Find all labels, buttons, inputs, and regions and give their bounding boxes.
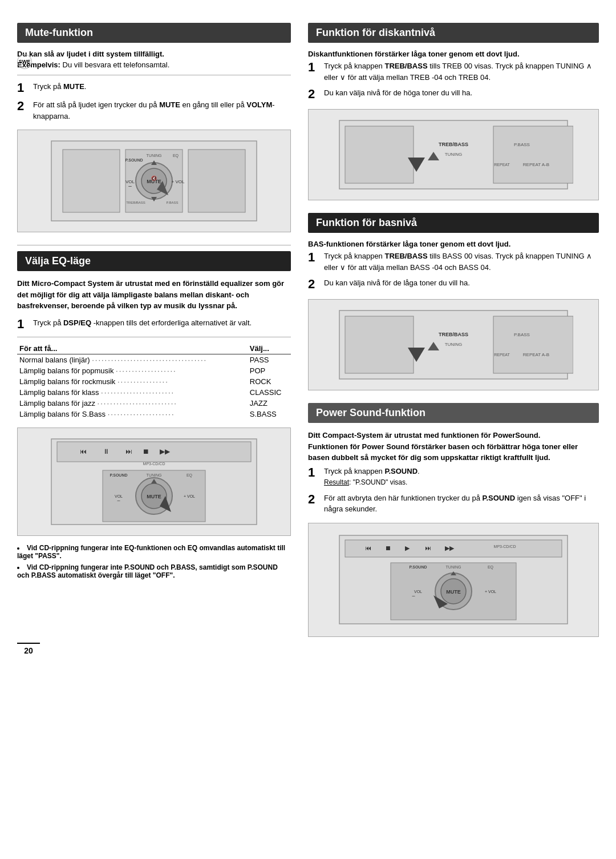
svg-text:+ VOL: + VOL bbox=[184, 494, 195, 498]
svg-text:TREB/BASS: TREB/BASS bbox=[439, 332, 468, 337]
mute-section: Mute-funktion Du kan slå av ljudet i dit… bbox=[17, 23, 291, 232]
mute-intro-normal: Exempelvis: Du vill besvara ett telefons… bbox=[17, 61, 291, 69]
eq-section: Välja EQ-läge Ditt Micro-Compact System … bbox=[17, 251, 291, 579]
svg-text:–: – bbox=[117, 498, 120, 503]
svg-text:⏸: ⏸ bbox=[103, 447, 110, 455]
mute-intro-bold: Du kan slå av ljudet i ditt system tillf… bbox=[17, 50, 291, 58]
power-step-2: 2 För att avbryta den här funktionen try… bbox=[308, 493, 599, 515]
svg-text:VOL: VOL bbox=[414, 590, 422, 594]
svg-text:▶: ▶ bbox=[405, 545, 410, 551]
svg-text:TUNING: TUNING bbox=[147, 473, 162, 477]
diskant-step-2: 2 Du kan välja nivå för de höga toner du… bbox=[308, 87, 599, 101]
svg-rect-41 bbox=[345, 126, 414, 183]
svg-text:MUTE: MUTE bbox=[147, 494, 161, 499]
power-device-image: ⏮ ⏹ ▶ ⏭ ◀◀ ▶▶ MP3-CD/CD MUTE VOL bbox=[308, 523, 599, 637]
bas-device-image: TREB/BASS TUNING P.BASS REPEAT A-B REPEA… bbox=[308, 299, 599, 390]
svg-text:⏮: ⏮ bbox=[80, 447, 87, 455]
page-number: 20 bbox=[17, 643, 40, 655]
svg-text:REPEAT: REPEAT bbox=[494, 353, 510, 357]
svg-text:–: – bbox=[412, 593, 415, 599]
svg-rect-42 bbox=[493, 126, 573, 183]
svg-text:P.BASS: P.BASS bbox=[514, 142, 530, 147]
eq-table-header-col2: Välj... bbox=[248, 343, 291, 354]
power-section: Power Sound-funktion Ditt Compact-System… bbox=[308, 403, 599, 637]
mute-device-image: MUTE 🔇 VOL – + VOL TUNING TREB/BASS bbox=[17, 130, 291, 232]
svg-text:REPEAT A-B: REPEAT A-B bbox=[523, 162, 549, 167]
svg-rect-17 bbox=[188, 150, 245, 212]
swe-badge: SWE bbox=[17, 54, 32, 69]
eq-row-6: Lämplig balans för S.Bass ··············… bbox=[17, 409, 291, 420]
eq-device-image: ⏮ ⏸ ⏭ ◀◀ ▶▶ ⏹ MP3-CD/CD bbox=[17, 428, 291, 536]
eq-title: Välja EQ-läge bbox=[17, 251, 291, 271]
svg-text:TUNING: TUNING bbox=[445, 152, 463, 157]
eq-row-2: Lämplig balans för popmusik ············… bbox=[17, 365, 291, 376]
svg-text:TREB/BASS: TREB/BASS bbox=[126, 201, 145, 204]
svg-text:REPEAT: REPEAT bbox=[494, 163, 510, 167]
svg-text:TREB/BASS: TREB/BASS bbox=[439, 142, 468, 147]
power-intro: Ditt Compact-System är utrustat med funk… bbox=[308, 430, 599, 463]
svg-text:▶▶: ▶▶ bbox=[160, 447, 171, 455]
eq-table-header-col1: För att få... bbox=[17, 343, 248, 354]
svg-text:–: – bbox=[128, 183, 132, 189]
svg-text:⏮: ⏮ bbox=[365, 545, 371, 551]
eq-note-1: Vid CD-rippning fungerar inte EQ-funktio… bbox=[17, 544, 291, 560]
eq-row-5: Lämplig balans för jazz ················… bbox=[17, 398, 291, 409]
eq-row-1: Normal balans (linjär) ·················… bbox=[17, 354, 291, 365]
svg-text:⏭: ⏭ bbox=[125, 447, 132, 455]
svg-rect-51 bbox=[345, 316, 414, 373]
eq-row-3: Lämplig balans för rockmusik ···········… bbox=[17, 376, 291, 387]
svg-text:▶▶: ▶▶ bbox=[445, 545, 455, 551]
svg-text:P.SOUND: P.SOUND bbox=[410, 565, 427, 569]
mute-step-1: 1 Tryck på MUTE. bbox=[17, 81, 291, 95]
svg-text:🔇: 🔇 bbox=[151, 175, 157, 181]
svg-text:TUNING: TUNING bbox=[446, 565, 461, 569]
eq-notes: Vid CD-rippning fungerar inte EQ-funktio… bbox=[17, 544, 291, 579]
diskant-section: Funktion för diskantnivå Diskantfunktion… bbox=[308, 23, 599, 200]
svg-text:P.BASS: P.BASS bbox=[514, 332, 530, 337]
diskant-step-1: 1 Tryck på knappen TREB/BASS tills TREB … bbox=[308, 61, 599, 83]
eq-intro: Ditt Micro-Compact System är utrustat me… bbox=[17, 278, 291, 312]
left-column: Mute-funktion Du kan slå av ljudet i dit… bbox=[17, 23, 291, 650]
svg-text:+ VOL: + VOL bbox=[485, 590, 496, 594]
svg-text:P.SOUND: P.SOUND bbox=[125, 158, 143, 162]
svg-text:TUNING: TUNING bbox=[147, 154, 162, 158]
svg-rect-52 bbox=[493, 316, 573, 373]
bas-step-1: 1 Tryck på knappen TREB/BASS tills BASS … bbox=[308, 251, 599, 273]
power-step-1: 1 Tryck på knappen P.SOUND. Resultat: "P… bbox=[308, 466, 599, 488]
mute-title: Mute-funktion bbox=[17, 23, 291, 43]
svg-text:EQ: EQ bbox=[187, 473, 193, 478]
svg-text:EQ: EQ bbox=[173, 154, 179, 158]
eq-row-4: Lämplig balans för klass ···············… bbox=[17, 387, 291, 398]
svg-text:+ VOL: + VOL bbox=[172, 179, 185, 184]
diskant-title: Funktion för diskantnivå bbox=[308, 23, 599, 43]
svg-text:⏹: ⏹ bbox=[143, 447, 149, 455]
eq-note-2: Vid CD-rippning fungerar inte P.SOUND oc… bbox=[17, 563, 291, 579]
bas-intro: BAS-funktionen förstärker låga toner gen… bbox=[308, 240, 599, 248]
svg-text:MUTE: MUTE bbox=[446, 589, 461, 595]
svg-text:EQ: EQ bbox=[488, 565, 494, 570]
svg-text:⏭: ⏭ bbox=[425, 545, 431, 551]
svg-text:TUNING: TUNING bbox=[445, 342, 463, 347]
eq-step-1: 1 Tryck på DSP/EQ -knappen tills det erf… bbox=[17, 317, 291, 331]
svg-text:P.BASS: P.BASS bbox=[167, 201, 179, 204]
power-title: Power Sound-funktion bbox=[308, 403, 599, 423]
svg-text:REPEAT A-B: REPEAT A-B bbox=[523, 352, 549, 357]
svg-rect-1 bbox=[63, 150, 120, 212]
svg-text:⏹: ⏹ bbox=[385, 545, 391, 551]
right-column: Funktion för diskantnivå Diskantfunktion… bbox=[308, 23, 599, 650]
bas-section: Funktion för basnivå BAS-funktionen förs… bbox=[308, 213, 599, 390]
diskant-intro: Diskantfunktionen förstärker låga toner … bbox=[308, 50, 599, 58]
diskant-device-image: TREB/BASS TUNING P.BASS REPEAT A-B REPEA… bbox=[308, 109, 599, 200]
mute-step-2: 2 För att slå på ljudet igen trycker du … bbox=[17, 99, 291, 122]
svg-text:MP3-CD/CD: MP3-CD/CD bbox=[143, 462, 165, 466]
bas-title: Funktion för basnivå bbox=[308, 213, 599, 233]
svg-text:P.SOUND: P.SOUND bbox=[110, 473, 128, 477]
svg-text:MP3-CD/CD: MP3-CD/CD bbox=[494, 545, 516, 549]
eq-table: För att få... Välj... Normal balans (lin… bbox=[17, 343, 291, 420]
bas-step-2: 2 Du kan välja nivå för de låga toner du… bbox=[308, 277, 599, 291]
